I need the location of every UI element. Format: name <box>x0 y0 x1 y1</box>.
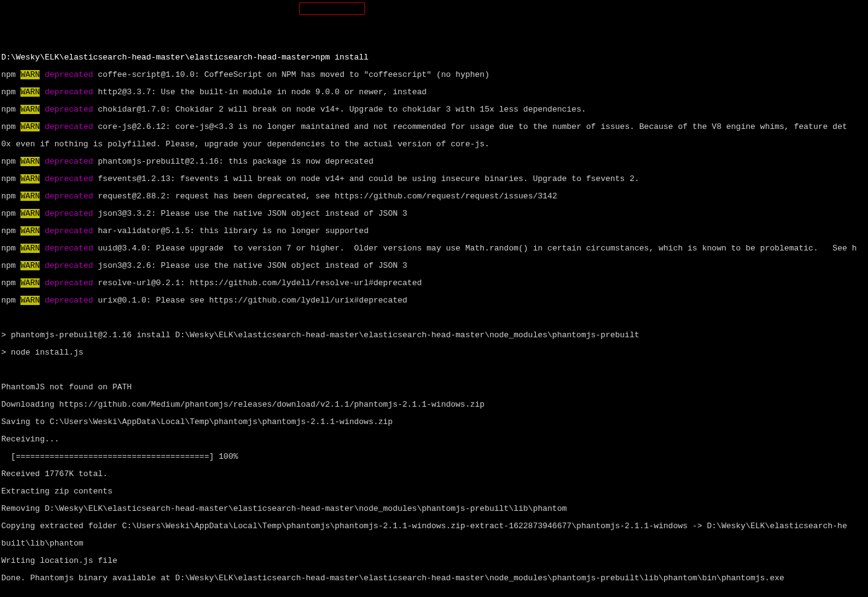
terminal-line: Done. Phantomjs binary available at D:\W… <box>1 574 867 583</box>
prompt-path: D:\Wesky\ELK\elasticsearch-head-master\e… <box>1 53 315 62</box>
terminal-line: Receiving... <box>1 435 867 444</box>
terminal-line <box>1 591 867 597</box>
terminal-line: npm WARN deprecated fsevents@1.2.13: fse… <box>1 175 867 184</box>
terminal-line: npm WARN deprecated urix@0.1.0: Please s… <box>1 296 867 305</box>
terminal-line: Received 17767K total. <box>1 470 867 479</box>
terminal-line: [=======================================… <box>1 453 867 461</box>
terminal-line: npm WARN deprecated coffee-script@1.10.0… <box>1 71 867 79</box>
terminal-line: npm WARN deprecated phantomjs-prebuilt@2… <box>1 157 867 166</box>
terminal-line: Removing D:\Wesky\ELK\elasticsearch-head… <box>1 505 867 513</box>
terminal-line: built\lib\phantom <box>1 539 867 548</box>
terminal-line: npm WARN deprecated har-validator@5.1.5:… <box>1 227 867 236</box>
npm-tag: npm <box>1 70 20 79</box>
terminal-line: npm WARN deprecated json3@3.3.2: Please … <box>1 210 867 218</box>
terminal-line: Extracting zip contents <box>1 487 867 496</box>
terminal-line: npm WARN deprecated http2@3.3.7: Use the… <box>1 88 867 97</box>
typed-command: npm install <box>315 53 369 62</box>
terminal-line: Copying extracted folder C:\Users\Weski\… <box>1 522 867 531</box>
terminal-line: Writing location.js file <box>1 557 867 565</box>
terminal-line: D:\Wesky\ELK\elasticsearch-head-master\e… <box>1 53 867 62</box>
terminal-line: PhantomJS not found on PATH <box>1 383 867 392</box>
highlight-box <box>299 2 365 15</box>
terminal-line: npm WARN deprecated chokidar@1.7.0: Chok… <box>1 105 867 114</box>
terminal-line <box>1 366 867 374</box>
terminal-line: npm WARN deprecated core-js@2.6.12: core… <box>1 123 867 131</box>
msg: coffee-script@1.10.0: CoffeeScript on NP… <box>93 70 489 79</box>
terminal-line: npm WARN deprecated uuid@3.4.0: Please u… <box>1 244 867 253</box>
terminal-line <box>1 314 867 322</box>
terminal-line: Saving to C:\Users\Weski\AppData\Local\T… <box>1 418 867 427</box>
terminal-line: npm WARN deprecated request@2.88.2: requ… <box>1 192 867 201</box>
warn-tag: WARN <box>20 70 40 79</box>
terminal-line: npm WARN deprecated resolve-url@0.2.1: h… <box>1 279 867 288</box>
terminal-line: 0x even if nothing is polyfilled. Please… <box>1 140 867 149</box>
deprecated-tag: deprecated <box>45 70 93 79</box>
terminal-line: > phantomjs-prebuilt@2.1.16 install D:\W… <box>1 331 867 340</box>
terminal-line: npm WARN deprecated json3@3.2.6: Please … <box>1 262 867 270</box>
terminal-line: Downloading https://github.com/Medium/ph… <box>1 400 867 409</box>
terminal-line: > node install.js <box>1 348 867 357</box>
